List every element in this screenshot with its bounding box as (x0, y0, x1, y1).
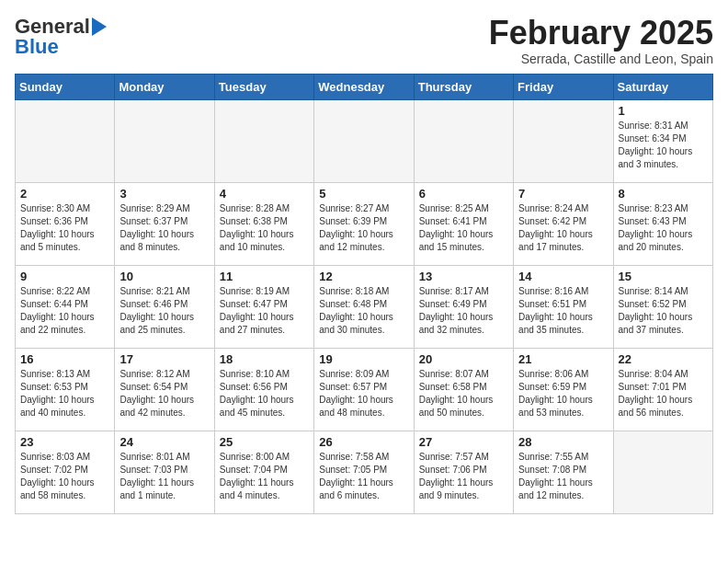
day-info: Sunrise: 8:06 AM Sunset: 6:59 PM Dayligh… (518, 368, 608, 419)
day-cell-7: 7Sunrise: 8:24 AM Sunset: 6:42 PM Daylig… (514, 182, 613, 265)
day-number: 6 (419, 187, 508, 201)
calendar-table: SundayMondayTuesdayWednesdayThursdayFrid… (15, 74, 713, 514)
day-number: 22 (619, 352, 708, 366)
day-cell-22: 22Sunrise: 8:04 AM Sunset: 7:01 PM Dayli… (613, 348, 712, 431)
day-info: Sunrise: 8:19 AM Sunset: 6:47 PM Dayligh… (220, 285, 309, 337)
weekday-header-sunday: Sunday (16, 74, 115, 99)
day-info: Sunrise: 8:07 AM Sunset: 6:58 PM Dayligh… (419, 368, 508, 419)
week-row-1: 1Sunrise: 8:31 AM Sunset: 6:34 PM Daylig… (16, 99, 713, 182)
day-number: 9 (20, 270, 109, 283)
day-cell-10: 10Sunrise: 8:21 AM Sunset: 6:46 PM Dayli… (115, 265, 214, 348)
day-number: 14 (518, 270, 608, 283)
day-info: Sunrise: 8:28 AM Sunset: 6:38 PM Dayligh… (220, 202, 309, 254)
day-number: 17 (119, 352, 209, 366)
week-row-5: 23Sunrise: 8:03 AM Sunset: 7:02 PM Dayli… (16, 431, 713, 513)
day-number: 2 (20, 187, 109, 201)
day-cell-17: 17Sunrise: 8:12 AM Sunset: 6:54 PM Dayli… (115, 348, 214, 431)
day-number: 13 (419, 270, 508, 283)
logo-arrow-icon (92, 17, 107, 36)
day-info: Sunrise: 8:13 AM Sunset: 6:53 PM Dayligh… (20, 368, 109, 419)
day-number: 21 (518, 352, 608, 366)
day-info: Sunrise: 8:09 AM Sunset: 6:57 PM Dayligh… (319, 368, 408, 419)
day-cell-18: 18Sunrise: 8:10 AM Sunset: 6:56 PM Dayli… (214, 348, 313, 431)
day-number: 7 (518, 187, 608, 201)
day-cell-11: 11Sunrise: 8:19 AM Sunset: 6:47 PM Dayli… (214, 265, 313, 348)
day-info: Sunrise: 8:01 AM Sunset: 7:03 PM Dayligh… (119, 451, 209, 502)
day-number: 16 (20, 352, 109, 366)
day-number: 27 (419, 435, 508, 449)
day-number: 26 (319, 435, 408, 449)
day-number: 4 (220, 187, 309, 201)
day-info: Sunrise: 8:30 AM Sunset: 6:36 PM Dayligh… (20, 202, 109, 254)
logo: General Blue (15, 15, 107, 59)
day-cell-19: 19Sunrise: 8:09 AM Sunset: 6:57 PM Dayli… (314, 348, 414, 431)
day-info: Sunrise: 8:00 AM Sunset: 7:04 PM Dayligh… (220, 451, 309, 502)
empty-cell (115, 99, 214, 182)
weekday-header-wednesday: Wednesday (314, 74, 414, 99)
day-number: 1 (619, 104, 708, 118)
week-row-2: 2Sunrise: 8:30 AM Sunset: 6:36 PM Daylig… (16, 182, 713, 265)
page-header: General Blue February 2025 Serrada, Cast… (15, 15, 713, 66)
day-number: 8 (619, 187, 708, 201)
day-info: Sunrise: 8:22 AM Sunset: 6:44 PM Dayligh… (20, 285, 109, 337)
day-info: Sunrise: 8:14 AM Sunset: 6:52 PM Dayligh… (619, 285, 708, 337)
day-cell-13: 13Sunrise: 8:17 AM Sunset: 6:49 PM Dayli… (414, 265, 513, 348)
day-info: Sunrise: 8:17 AM Sunset: 6:49 PM Dayligh… (419, 285, 508, 337)
day-number: 3 (119, 187, 209, 201)
day-number: 23 (20, 435, 109, 449)
weekday-header-friday: Friday (514, 74, 613, 99)
day-number: 19 (319, 352, 408, 366)
day-cell-27: 27Sunrise: 7:57 AM Sunset: 7:06 PM Dayli… (414, 431, 513, 513)
day-cell-20: 20Sunrise: 8:07 AM Sunset: 6:58 PM Dayli… (414, 348, 513, 431)
day-info: Sunrise: 7:55 AM Sunset: 7:08 PM Dayligh… (518, 451, 608, 502)
calendar-month-year: February 2025 (489, 15, 713, 52)
empty-cell (214, 99, 313, 182)
day-number: 10 (119, 270, 209, 283)
day-cell-16: 16Sunrise: 8:13 AM Sunset: 6:53 PM Dayli… (16, 348, 115, 431)
week-row-4: 16Sunrise: 8:13 AM Sunset: 6:53 PM Dayli… (16, 348, 713, 431)
day-cell-15: 15Sunrise: 8:14 AM Sunset: 6:52 PM Dayli… (613, 265, 712, 348)
day-info: Sunrise: 8:23 AM Sunset: 6:43 PM Dayligh… (619, 202, 708, 254)
empty-cell (514, 99, 613, 182)
day-info: Sunrise: 8:12 AM Sunset: 6:54 PM Dayligh… (119, 368, 209, 419)
weekday-header-saturday: Saturday (613, 74, 712, 99)
empty-cell (16, 99, 115, 182)
day-info: Sunrise: 8:29 AM Sunset: 6:37 PM Dayligh… (119, 202, 209, 254)
day-info: Sunrise: 7:58 AM Sunset: 7:05 PM Dayligh… (319, 451, 408, 502)
day-info: Sunrise: 8:31 AM Sunset: 6:34 PM Dayligh… (619, 120, 708, 171)
day-number: 25 (220, 435, 309, 449)
weekday-header-thursday: Thursday (414, 74, 513, 99)
day-info: Sunrise: 8:25 AM Sunset: 6:41 PM Dayligh… (419, 202, 508, 254)
empty-cell (613, 431, 712, 513)
day-info: Sunrise: 8:04 AM Sunset: 7:01 PM Dayligh… (619, 368, 708, 419)
day-cell-25: 25Sunrise: 8:00 AM Sunset: 7:04 PM Dayli… (214, 431, 313, 513)
day-cell-14: 14Sunrise: 8:16 AM Sunset: 6:51 PM Dayli… (514, 265, 613, 348)
day-info: Sunrise: 8:21 AM Sunset: 6:46 PM Dayligh… (119, 285, 209, 337)
day-info: Sunrise: 7:57 AM Sunset: 7:06 PM Dayligh… (419, 451, 508, 502)
day-number: 28 (518, 435, 608, 449)
weekday-header-row: SundayMondayTuesdayWednesdayThursdayFrid… (16, 74, 713, 99)
day-cell-21: 21Sunrise: 8:06 AM Sunset: 6:59 PM Dayli… (514, 348, 613, 431)
day-cell-8: 8Sunrise: 8:23 AM Sunset: 6:43 PM Daylig… (613, 182, 712, 265)
logo-blue: Blue (15, 35, 59, 59)
calendar-location: Serrada, Castille and Leon, Spain (489, 52, 713, 66)
day-cell-24: 24Sunrise: 8:01 AM Sunset: 7:03 PM Dayli… (115, 431, 214, 513)
empty-cell (314, 99, 414, 182)
day-info: Sunrise: 8:16 AM Sunset: 6:51 PM Dayligh… (518, 285, 608, 337)
day-cell-26: 26Sunrise: 7:58 AM Sunset: 7:05 PM Dayli… (314, 431, 414, 513)
day-info: Sunrise: 8:03 AM Sunset: 7:02 PM Dayligh… (20, 451, 109, 502)
week-row-3: 9Sunrise: 8:22 AM Sunset: 6:44 PM Daylig… (16, 265, 713, 348)
day-info: Sunrise: 8:18 AM Sunset: 6:48 PM Dayligh… (319, 285, 408, 337)
day-cell-1: 1Sunrise: 8:31 AM Sunset: 6:34 PM Daylig… (613, 99, 712, 182)
day-cell-6: 6Sunrise: 8:25 AM Sunset: 6:41 PM Daylig… (414, 182, 513, 265)
weekday-header-monday: Monday (115, 74, 214, 99)
day-cell-12: 12Sunrise: 8:18 AM Sunset: 6:48 PM Dayli… (314, 265, 414, 348)
day-cell-4: 4Sunrise: 8:28 AM Sunset: 6:38 PM Daylig… (214, 182, 313, 265)
day-cell-5: 5Sunrise: 8:27 AM Sunset: 6:39 PM Daylig… (314, 182, 414, 265)
day-number: 5 (319, 187, 408, 201)
day-info: Sunrise: 8:27 AM Sunset: 6:39 PM Dayligh… (319, 202, 408, 254)
day-number: 18 (220, 352, 309, 366)
day-cell-3: 3Sunrise: 8:29 AM Sunset: 6:37 PM Daylig… (115, 182, 214, 265)
day-cell-28: 28Sunrise: 7:55 AM Sunset: 7:08 PM Dayli… (514, 431, 613, 513)
day-number: 11 (220, 270, 309, 283)
